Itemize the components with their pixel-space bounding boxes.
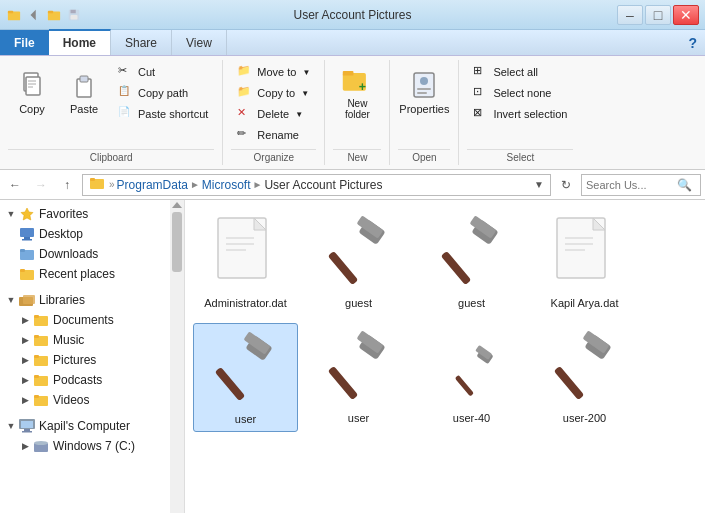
sidebar-item-drive-c[interactable]: ▶ Windows 7 (C:): [0, 436, 170, 456]
cut-button[interactable]: ✂ Cut: [112, 62, 214, 82]
clipboard-content: Copy Paste ✂ Cut 📋: [8, 60, 214, 147]
cut-label: Cut: [138, 66, 155, 78]
tab-help[interactable]: ?: [680, 30, 705, 55]
file-item[interactable]: Kapil Arya.dat: [532, 208, 637, 315]
new-folder-button[interactable]: + New folder: [333, 62, 381, 122]
refresh-button[interactable]: ↻: [555, 174, 577, 196]
tab-share[interactable]: Share: [111, 30, 172, 55]
svg-marker-2: [31, 9, 36, 20]
close-button[interactable]: ✕: [673, 5, 699, 25]
music-label: Music: [53, 333, 84, 347]
file-thumbnail: [319, 214, 399, 294]
pictures-label: Pictures: [53, 353, 96, 367]
svg-rect-7: [71, 15, 78, 19]
tab-file[interactable]: File: [0, 30, 49, 55]
select-all-button[interactable]: ⊞ Select all: [467, 62, 573, 82]
tab-home[interactable]: Home: [49, 29, 111, 55]
videos-arrow: ▶: [18, 393, 32, 407]
new-content: + New folder: [333, 60, 381, 147]
open-content: Properties: [398, 60, 450, 147]
paste-shortcut-label: Paste shortcut: [138, 108, 208, 120]
forward-button[interactable]: →: [30, 174, 52, 196]
file-thumbnail: [206, 214, 286, 294]
search-icon[interactable]: 🔍: [677, 178, 692, 192]
select-none-label: Select none: [493, 87, 551, 99]
back-button[interactable]: ←: [4, 174, 26, 196]
sidebar-item-downloads[interactable]: Downloads: [0, 244, 170, 264]
paste-button[interactable]: Paste: [60, 62, 108, 122]
breadcrumb-microsoft[interactable]: Microsoft: [202, 178, 251, 192]
svg-rect-21: [417, 92, 427, 94]
sidebar-item-recent[interactable]: Recent places: [0, 264, 170, 284]
pictures-icon: [32, 352, 50, 368]
libraries-arrow: ▼: [4, 293, 18, 307]
delete-button[interactable]: ✕ Delete ▼: [231, 104, 316, 124]
file-item[interactable]: Administrator.dat: [193, 208, 298, 315]
move-to-button[interactable]: 📁 Move to ▼: [231, 62, 316, 82]
file-item[interactable]: guest: [419, 208, 524, 315]
file-name: user-200: [563, 412, 606, 424]
music-icon: [32, 332, 50, 348]
properties-label: Properties: [399, 103, 449, 115]
sidebar-item-pictures[interactable]: ▶ Pictures: [0, 350, 170, 370]
copy-button[interactable]: Copy: [8, 62, 56, 122]
file-item[interactable]: user-40: [419, 323, 524, 432]
copy-path-label: Copy path: [138, 87, 188, 99]
downloads-label: Downloads: [39, 247, 98, 261]
sidebar-item-documents[interactable]: ▶ Documents: [0, 310, 170, 330]
copy-to-button[interactable]: 📁 Copy to ▼: [231, 83, 316, 103]
select-none-button[interactable]: ⊡ Select none: [467, 83, 573, 103]
search-input[interactable]: [586, 179, 674, 191]
paste-shortcut-button[interactable]: 📄 Paste shortcut: [112, 104, 214, 124]
select-label: Select: [467, 149, 573, 165]
sep1: »: [109, 179, 115, 190]
music-arrow: ▶: [18, 333, 32, 347]
file-thumbnail: [545, 329, 625, 409]
sidebar-item-videos[interactable]: ▶ Videos: [0, 390, 170, 410]
minimize-button[interactable]: –: [617, 5, 643, 25]
main-area: ▼ Favorites Desktop Downloads: [0, 200, 705, 513]
svg-rect-59: [440, 251, 471, 285]
file-item[interactable]: guest: [306, 208, 411, 315]
breadcrumb-current[interactable]: User Account Pictures: [264, 178, 382, 192]
organize-col: 📁 Move to ▼ 📁 Copy to ▼ ✕ Delete ▼ ✏ Ren…: [231, 62, 316, 145]
breadcrumb-bar: » ProgramData ► Microsoft ► User Account…: [82, 174, 551, 196]
tab-view[interactable]: View: [172, 30, 227, 55]
maximize-button[interactable]: □: [645, 5, 671, 25]
svg-rect-76: [553, 366, 584, 400]
sidebar-scrollbar[interactable]: [170, 200, 184, 513]
file-item[interactable]: user: [306, 323, 411, 432]
sidebar-item-music[interactable]: ▶ Music: [0, 330, 170, 350]
favorites-label: Favorites: [39, 207, 88, 221]
file-thumbnail: [545, 214, 625, 294]
delete-arrow: ▼: [295, 110, 303, 119]
dropdown-arrow-icon[interactable]: ▼: [534, 179, 544, 190]
invert-selection-label: Invert selection: [493, 108, 567, 120]
computer-header[interactable]: ▼ Kapil's Computer: [0, 416, 170, 436]
drive-c-icon: [32, 438, 50, 454]
svg-rect-16: [343, 71, 354, 75]
paste-shortcut-icon: 📄: [118, 106, 134, 122]
svg-rect-26: [24, 237, 30, 239]
open-label: Open: [398, 149, 450, 165]
libraries-header[interactable]: ▼ Libraries: [0, 290, 170, 310]
invert-selection-button[interactable]: ⊠ Invert selection: [467, 104, 573, 124]
svg-marker-24: [21, 208, 33, 220]
svg-rect-6: [71, 9, 76, 13]
svg-rect-31: [20, 269, 25, 272]
rename-button[interactable]: ✏ Rename: [231, 125, 316, 145]
favorites-arrow: ▼: [4, 207, 18, 221]
properties-button[interactable]: Properties: [398, 62, 450, 122]
sidebar-item-desktop[interactable]: Desktop: [0, 224, 170, 244]
copy-to-icon: 📁: [237, 85, 253, 101]
copy-path-button[interactable]: 📋 Copy path: [112, 83, 214, 103]
select-none-icon: ⊡: [473, 85, 489, 101]
svg-point-19: [420, 77, 428, 85]
scroll-up-arrow: [172, 202, 182, 208]
favorites-header[interactable]: ▼ Favorites: [0, 204, 170, 224]
file-item[interactable]: user: [193, 323, 298, 432]
breadcrumb-programdata[interactable]: ProgramData: [117, 178, 188, 192]
up-button[interactable]: ↑: [56, 174, 78, 196]
sidebar-item-podcasts[interactable]: ▶ Podcasts: [0, 370, 170, 390]
file-item[interactable]: user-200: [532, 323, 637, 432]
